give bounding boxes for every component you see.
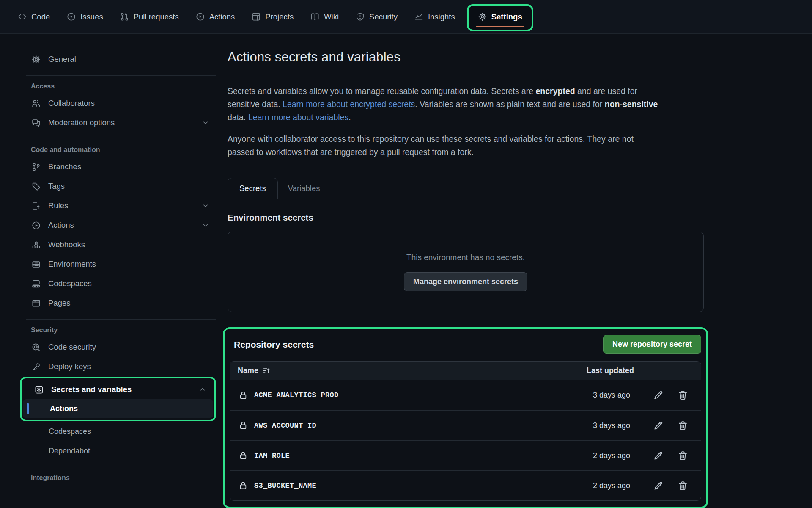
sidebar-item-deploy-keys[interactable]: Deploy keys — [20, 357, 216, 376]
settings-content: Actions secrets and variables Secrets an… — [228, 40, 704, 508]
sidebar-item-secrets-and-variables[interactable]: Secrets and variables — [23, 380, 213, 399]
sidebar-item-codespaces[interactable]: Codespaces — [20, 274, 216, 293]
sidebar-item-environments[interactable]: Environments — [20, 254, 216, 274]
body-text: passed to workflows that are triggered b… — [228, 147, 474, 157]
link-learn-more-about-variables[interactable]: Learn more about variables — [248, 113, 348, 122]
nav-tab-code[interactable]: Code — [18, 12, 50, 22]
body-text: and are used for — [575, 86, 637, 96]
sidebar-item-branches-label: Branches — [48, 162, 81, 171]
sidebar-item-pages[interactable]: Pages — [20, 293, 216, 313]
secrets-and-variables-label: Secrets and variables — [51, 385, 132, 394]
sidebar-subitem-actions-label: Actions — [50, 404, 78, 413]
sidebar-subitem-dependabot[interactable]: Dependabot — [20, 441, 216, 461]
sidebar-item-code-security[interactable]: Code security — [20, 337, 216, 357]
nav-tab-pull-requests[interactable]: Pull requests — [120, 12, 179, 22]
nav-tab-insights[interactable]: Insights — [414, 12, 455, 22]
rules-icon — [32, 202, 41, 210]
environment-empty-text: This environment has no secrets. — [406, 253, 525, 262]
sidebar-item-deploy-keys-label: Deploy keys — [48, 362, 91, 371]
asterisk-box-icon — [35, 385, 44, 394]
manage-environment-secrets-button[interactable]: Manage environment secrets — [404, 272, 527, 291]
nav-tab-code-label: Code — [31, 12, 50, 22]
table-body: ACME_ANALYTICS_PROD3 days agoAWS_ACCOUNT… — [230, 380, 701, 500]
nav-tab-pull-requests-label: Pull requests — [134, 12, 179, 22]
nav-tab-security-label: Security — [369, 12, 398, 22]
body-text: data. — [228, 113, 248, 122]
delete-secret-button[interactable] — [678, 480, 688, 491]
sidebar-subitem-actions[interactable]: Actions — [23, 399, 213, 418]
sidebar-section-code-and-automation: Code and automation — [20, 146, 216, 154]
sidebar-item-branches[interactable]: Branches — [20, 157, 216, 177]
nav-tab-settings[interactable]: Settings — [478, 12, 522, 22]
body-text: Anyone with collaborator access to this … — [228, 134, 634, 144]
delete-secret-button[interactable] — [678, 450, 688, 461]
sidebar-subitem-codespaces-label: Codespaces — [49, 427, 91, 436]
nav-tab-actions-label: Actions — [209, 12, 235, 22]
sidebar-item-tags-label: Tags — [48, 182, 65, 191]
secrets-variables-tabnav: Secrets Variables — [228, 177, 704, 199]
link-learn-more-about-encrypted-secrets[interactable]: Learn more about encrypted secrets — [283, 99, 415, 109]
repository-secrets-table: Name Last updated ACME_ANALYTICS_PROD3 d… — [230, 361, 701, 501]
table-header-row: Name Last updated — [230, 362, 701, 380]
shield-icon — [356, 12, 365, 21]
sidebar-item-tags[interactable]: Tags — [20, 177, 216, 196]
sidebar-item-webhooks[interactable]: Webhooks — [20, 235, 216, 254]
secret-last-updated: 3 days ago — [593, 421, 630, 430]
text-line: Anyone with collaborator access to this … — [228, 133, 704, 146]
sidebar-item-moderation-options[interactable]: Moderation options — [20, 113, 216, 133]
delete-secret-button[interactable] — [678, 420, 688, 431]
browser-icon — [32, 299, 41, 308]
sidebar-item-rules-label: Rules — [48, 201, 68, 210]
pull-request-icon — [120, 12, 129, 21]
secret-row-s3-bucket-name: S3_BUCKET_NAME2 days ago — [230, 470, 701, 500]
edit-secret-button[interactable] — [653, 450, 664, 461]
sidebar-item-rules[interactable]: Rules — [20, 196, 216, 215]
edit-secret-button[interactable] — [653, 480, 664, 491]
emphasis-text: encrypted — [535, 86, 575, 96]
branch-icon — [32, 163, 41, 171]
delete-secret-button[interactable] — [678, 390, 688, 400]
emphasis-text: non-sensitive — [605, 99, 658, 109]
body-text: . — [348, 113, 351, 122]
sidebar-section-integrations: Integrations — [20, 474, 216, 482]
nav-tab-projects-label: Projects — [265, 12, 294, 22]
graph-icon — [414, 12, 423, 21]
environment-secrets-box: This environment has no secrets. Manage … — [228, 232, 704, 312]
nav-tab-actions[interactable]: Actions — [196, 12, 235, 22]
play-circle-icon — [196, 12, 205, 21]
column-header-name[interactable]: Name — [238, 366, 271, 375]
nav-tab-projects[interactable]: Projects — [252, 12, 294, 22]
edit-secret-button[interactable] — [653, 420, 664, 431]
sidebar-item-moderation-options-label: Moderation options — [48, 118, 115, 127]
projects-icon — [252, 12, 261, 21]
active-tab-underline — [476, 26, 524, 27]
column-header-last-updated: Last updated — [587, 366, 688, 375]
sidebar-item-general-label: General — [48, 55, 76, 64]
issue-icon — [67, 12, 76, 21]
sidebar-item-actions[interactable]: Actions — [20, 215, 216, 235]
nav-tab-wiki[interactable]: Wiki — [310, 12, 339, 22]
people-icon — [32, 99, 41, 108]
secret-last-updated: 2 days ago — [593, 451, 630, 460]
tab-variables[interactable]: Variables — [278, 178, 330, 199]
book-icon — [310, 12, 319, 21]
new-repository-secret-button[interactable]: New repository secret — [603, 335, 701, 354]
nav-tab-insights-label: Insights — [428, 12, 455, 22]
sidebar-item-general[interactable]: General — [20, 50, 216, 69]
body-text: sensitive data. — [228, 99, 283, 109]
secret-name: S3_BUCKET_NAME — [254, 482, 316, 490]
sidebar-item-collaborators[interactable]: Collaborators — [20, 94, 216, 113]
nav-tab-issues[interactable]: Issues — [67, 12, 103, 22]
sidebar-subitem-dependabot-label: Dependabot — [49, 447, 90, 456]
settings-sidebar: General Access CollaboratorsModeration o… — [20, 40, 216, 485]
repository-secrets-header-row: Repository secrets New repository secret — [230, 335, 701, 354]
sidebar-subitem-codespaces[interactable]: Codespaces — [20, 422, 216, 441]
annotation-box-repository-secrets: Repository secrets New repository secret… — [223, 327, 708, 508]
lock-icon — [239, 421, 248, 430]
edit-secret-button[interactable] — [653, 390, 664, 400]
tab-secrets[interactable]: Secrets — [228, 178, 278, 199]
chevron-down-icon — [202, 221, 209, 229]
tag-icon — [32, 182, 41, 191]
sidebar-divider — [26, 467, 216, 467]
nav-tab-security[interactable]: Security — [356, 12, 398, 22]
